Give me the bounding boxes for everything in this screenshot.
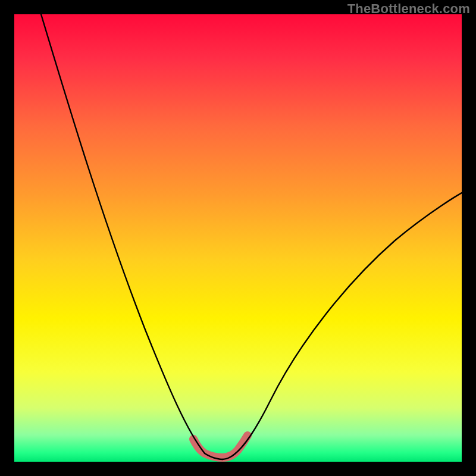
watermark-text: TheBottleneck.com bbox=[347, 1, 470, 17]
chart-curves bbox=[14, 14, 462, 462]
floor-highlight bbox=[193, 436, 248, 458]
chart-area bbox=[14, 14, 462, 462]
right-curve bbox=[223, 193, 462, 459]
left-curve bbox=[41, 14, 223, 459]
